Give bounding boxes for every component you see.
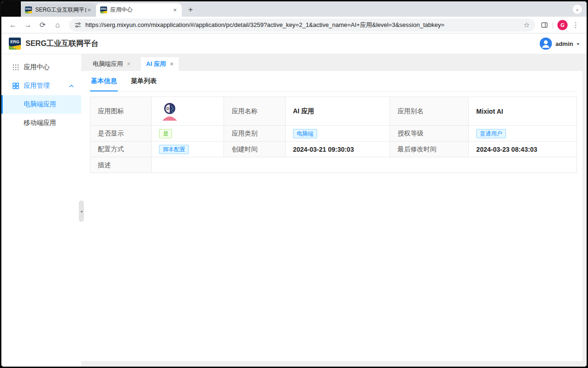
address-bar[interactable]: https://serg.mixyun.com/mixapplication/#… xyxy=(69,19,535,32)
page-tab-label: 电脑端应用 xyxy=(93,60,123,68)
close-icon[interactable]: × xyxy=(172,6,178,13)
sidebar-item-label: 应用中心 xyxy=(24,63,50,71)
close-icon[interactable]: × xyxy=(127,61,130,67)
forward-icon[interactable]: → xyxy=(22,19,34,31)
detail-table: 应用图标 xyxy=(90,97,577,173)
field-label-auth-level: 授权等级 xyxy=(390,126,469,142)
visible-badge: 是 xyxy=(159,129,172,138)
category-badge: 电脑端 xyxy=(293,129,317,138)
close-icon[interactable]: × xyxy=(170,61,173,67)
browser-tabstrip: ERG SERG工业互联网平台 × ERG 应用中心 × + ⌄ xyxy=(1,1,587,17)
sidebar-item-app-center[interactable]: 应用中心 xyxy=(1,58,81,77)
page-tab-pc-apps[interactable]: 电脑端应用 × xyxy=(88,57,135,71)
table-row: 配置方式 脚本配置 创建时间 2024-03-21 09:30:03 最后修改时… xyxy=(90,142,577,157)
table-row: 应用图标 xyxy=(90,97,577,126)
browser-menu-icon[interactable]: ⋮ xyxy=(570,21,581,29)
field-label-category: 应用类别 xyxy=(224,126,285,142)
grid-icon xyxy=(13,64,19,71)
browser-window: ERG SERG工业互联网平台 × ERG 应用中心 × + ⌄ ← → ⟳ ⌂… xyxy=(0,0,588,368)
app-header: ERG SERG工业互联网平台 admin ▾ xyxy=(1,33,587,54)
page-tab-ai-app[interactable]: AI 应用 × xyxy=(141,57,179,71)
caret-down-icon: ▾ xyxy=(577,41,579,46)
field-label-config-mode: 配置方式 xyxy=(90,142,152,157)
field-label-icon: 应用图标 xyxy=(90,97,152,126)
serg-favicon: ERG xyxy=(25,6,32,13)
browser-toolbar: ← → ⟳ ⌂ https://serg.mixyun.com/mixappli… xyxy=(1,17,587,33)
tab-menu-list[interactable]: 菜单列表 xyxy=(130,71,158,91)
field-label-created: 创建时间 xyxy=(224,142,285,157)
new-tab-button[interactable]: + xyxy=(185,4,197,16)
chevron-up-icon xyxy=(69,84,74,88)
app-logo: ERG xyxy=(9,38,21,50)
field-label-visible: 是否显示 xyxy=(90,126,152,142)
app-body: 应用中心 应用管理 电脑端应用 移动端应用 ◂ xyxy=(1,54,587,367)
field-label-name: 应用名称 xyxy=(224,97,285,126)
field-value-description xyxy=(152,157,577,173)
browser-tab-title: SERG工业互联网平台 xyxy=(35,6,86,14)
bookmark-star-icon[interactable]: ☆ xyxy=(524,21,530,29)
sidebar-collapse-handle[interactable]: ◂ xyxy=(79,200,84,222)
tab-basic-info[interactable]: 基本信息 xyxy=(90,71,118,91)
app-title: SERG工业互联网平台 xyxy=(26,39,98,49)
page-tabstrip: 电脑端应用 × AI 应用 × xyxy=(81,54,582,71)
sidebar: 应用中心 应用管理 电脑端应用 移动端应用 xyxy=(1,54,81,367)
sidebar-item-pc-apps[interactable]: 电脑端应用 xyxy=(1,95,81,114)
page-tab-label: AI 应用 xyxy=(146,60,166,68)
user-menu[interactable]: admin ▾ xyxy=(540,38,579,50)
browser-profile-avatar[interactable]: G xyxy=(557,20,568,30)
field-label-description: 描述 xyxy=(90,157,152,173)
window-corner xyxy=(1,1,21,17)
browser-tab-serg[interactable]: ERG SERG工业互联网平台 × xyxy=(21,3,96,17)
tab-search-button[interactable]: ⌄ xyxy=(573,5,582,14)
field-value-alias: Mixiot AI xyxy=(469,97,577,126)
sidebar-item-label: 应用管理 xyxy=(24,82,50,90)
sidebar-item-mobile-apps[interactable]: 移动端应用 xyxy=(1,114,81,132)
reload-icon[interactable]: ⟳ xyxy=(37,19,49,31)
ai-avatar-icon xyxy=(159,100,180,121)
chevron-down-icon: ⌄ xyxy=(575,6,579,12)
toolbar-divider: | xyxy=(551,21,555,29)
user-avatar-icon xyxy=(540,38,552,50)
serg-favicon: ERG xyxy=(100,6,107,13)
table-row: 是否显示 是 应用类别 电脑端 授权等级 普通用户 xyxy=(90,126,577,142)
url-text[interactable]: https://serg.mixyun.com/mixapplication/#… xyxy=(85,21,519,29)
sidebar-item-app-management[interactable]: 应用管理 xyxy=(1,77,81,95)
side-panel-icon[interactable] xyxy=(541,21,548,29)
auth-level-badge: 普通用户 xyxy=(476,129,506,138)
username: admin xyxy=(556,40,573,47)
collapse-arrow-icon: ◂ xyxy=(80,209,82,213)
detail-tabstrip: 基本信息 菜单列表 xyxy=(90,71,577,92)
close-icon[interactable]: × xyxy=(86,6,92,13)
main-content: 电脑端应用 × AI 应用 × 基本信息 菜单列表 xyxy=(81,54,587,367)
browser-tab-appcenter[interactable]: ERG 应用中心 × xyxy=(96,3,182,17)
field-value-category: 电脑端 xyxy=(285,126,390,142)
field-value-modified: 2024-03-23 08:43:03 xyxy=(469,142,577,157)
field-value-auth-level: 普通用户 xyxy=(469,126,577,142)
browser-tab-title: 应用中心 xyxy=(110,6,172,14)
config-mode-badge: 脚本配置 xyxy=(159,145,189,154)
field-value-created: 2024-03-21 09:30:03 xyxy=(285,142,390,157)
field-label-modified: 最后修改时间 xyxy=(390,142,469,157)
detail-panel: 基本信息 菜单列表 应用图标 xyxy=(81,71,582,361)
sidebar-item-label: 电脑端应用 xyxy=(24,100,56,109)
site-settings-icon[interactable] xyxy=(75,22,81,28)
field-value-visible: 是 xyxy=(152,126,224,142)
app-icon-cell xyxy=(152,97,224,126)
table-row: 描述 xyxy=(90,157,577,173)
home-icon[interactable]: ⌂ xyxy=(51,19,64,31)
field-value-name: AI 应用 xyxy=(285,97,390,126)
field-value-config-mode: 脚本配置 xyxy=(152,142,224,157)
sidebar-item-label: 移动端应用 xyxy=(24,119,56,127)
back-icon[interactable]: ← xyxy=(7,19,19,31)
field-label-alias: 应用别名 xyxy=(390,97,469,126)
app-management-icon xyxy=(13,83,19,89)
